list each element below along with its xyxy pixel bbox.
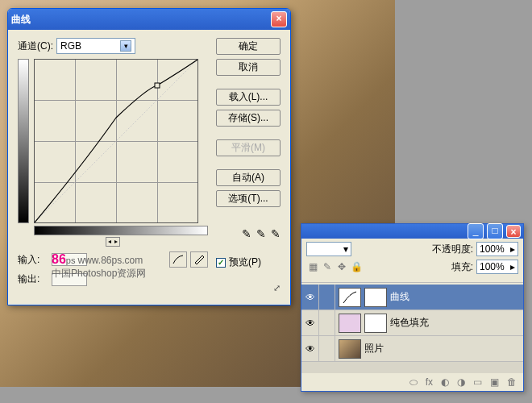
output-gradient (18, 59, 29, 223)
layer-style-icon[interactable]: fx (426, 376, 433, 388)
preview-label: 预览(P) (229, 256, 261, 269)
save-button[interactable]: 存储(S)... (216, 110, 281, 127)
layer-thumb[interactable] (339, 339, 361, 359)
layer-thumb[interactable] (339, 314, 361, 333)
link-cell[interactable] (319, 336, 335, 361)
blend-mode-select[interactable]: ▾ (306, 242, 351, 256)
curves-grid[interactable] (34, 59, 198, 223)
layer-list: 👁 曲线 👁 纯色填充 👁 照片 (301, 285, 523, 373)
fill-label: 填充: (451, 260, 473, 274)
channel-value: RGB (60, 40, 81, 52)
channel-select[interactable]: RGB ▾ (56, 38, 135, 54)
expand-icon[interactable]: ⤢ (216, 283, 281, 293)
channel-label: 通道(C): (18, 39, 53, 53)
visibility-icon[interactable]: 👁 (301, 285, 319, 310)
input-label: 输入: (18, 253, 47, 267)
lock-transparent-icon: ▦ (306, 260, 319, 273)
options-button[interactable]: 选项(T)... (216, 190, 281, 207)
lock-move-icon: ✥ (335, 260, 348, 273)
lock-icons[interactable]: ▦ ✎ ✥ 🔒 (306, 260, 363, 273)
link-cell[interactable] (319, 310, 335, 335)
visibility-icon[interactable]: 👁 (301, 310, 319, 335)
layer-name[interactable]: 曲线 (390, 290, 409, 304)
smooth-button: 平滑(M) (216, 139, 281, 156)
opacity-input[interactable]: 100%▸ (476, 242, 518, 256)
layer-name[interactable]: 照片 (364, 342, 384, 355)
curve-line[interactable] (35, 60, 197, 222)
output-label: 输出: (18, 272, 47, 286)
fill-input[interactable]: 100%▸ (476, 260, 518, 274)
link-cell[interactable] (319, 285, 335, 310)
dialog-titlebar[interactable]: 曲线 × (8, 9, 290, 30)
lock-paint-icon: ✎ (321, 260, 334, 273)
eyedropper-gray-icon[interactable]: ✎ (256, 227, 266, 240)
layers-footer: ⬭ fx ◐ ◑ ▭ ▣ 🗑 (301, 373, 523, 391)
group-icon[interactable]: ▭ (473, 376, 482, 388)
watermark: 86ps www.86ps.com 中国Photoshop资源网 (52, 252, 146, 280)
layer-mask[interactable] (364, 288, 387, 307)
chevron-right-icon: ▸ (510, 261, 515, 272)
chevron-down-icon: ▾ (120, 40, 131, 52)
input-gradient (34, 226, 208, 235)
delete-layer-icon[interactable]: 🗑 (507, 376, 517, 388)
chevron-down-icon: ▾ (343, 243, 348, 255)
visibility-icon[interactable]: 👁 (301, 336, 319, 361)
curve-tool-icon[interactable] (169, 251, 187, 268)
ok-button[interactable]: 确定 (216, 38, 281, 55)
adjustment-layer-icon[interactable]: ◑ (457, 376, 465, 388)
svg-rect-1 (155, 83, 160, 88)
cancel-button[interactable]: 取消 (216, 59, 281, 76)
opacity-label: 不透明度: (432, 243, 473, 256)
auto-button[interactable]: 自动(A) (216, 169, 281, 186)
eyedropper-black-icon[interactable]: ✎ (242, 227, 251, 240)
close-icon[interactable]: × (506, 225, 521, 238)
layer-thumb[interactable] (339, 288, 361, 307)
layer-row[interactable]: 👁 纯色填充 (301, 310, 523, 336)
close-icon[interactable]: × (271, 11, 287, 27)
eyedropper-white-icon[interactable]: ✎ (271, 227, 281, 240)
layers-titlebar[interactable]: _ □ × (301, 224, 523, 239)
new-layer-icon[interactable]: ▣ (490, 376, 499, 388)
link-layers-icon[interactable]: ⬭ (409, 376, 418, 388)
layer-row[interactable]: 👁 曲线 (301, 285, 523, 310)
lock-all-icon: 🔒 (350, 260, 363, 273)
layer-name[interactable]: 纯色填充 (390, 316, 429, 330)
svg-line-0 (35, 60, 197, 222)
chevron-right-icon: ▸ (510, 243, 515, 255)
dialog-title: 曲线 (11, 13, 31, 27)
minimize-icon[interactable]: _ (468, 223, 484, 239)
load-button[interactable]: 载入(L)... (216, 89, 281, 106)
layer-mask[interactable] (364, 314, 387, 333)
layer-mask-icon[interactable]: ◐ (441, 376, 449, 388)
layers-panel: _ □ × ▾ 不透明度: 100%▸ ▦ ✎ ✥ 🔒 填充: 100%▸ 👁 (301, 223, 524, 392)
layer-row[interactable]: 👁 照片 (301, 336, 523, 362)
preview-checkbox[interactable]: ✓ (216, 258, 226, 268)
maximize-icon[interactable]: □ (487, 223, 503, 239)
grid-size-toggle[interactable]: ◂▸ (106, 237, 120, 247)
pencil-tool-icon[interactable] (190, 251, 208, 268)
curves-dialog: 曲线 × 通道(C): RGB ▾ (7, 8, 291, 305)
